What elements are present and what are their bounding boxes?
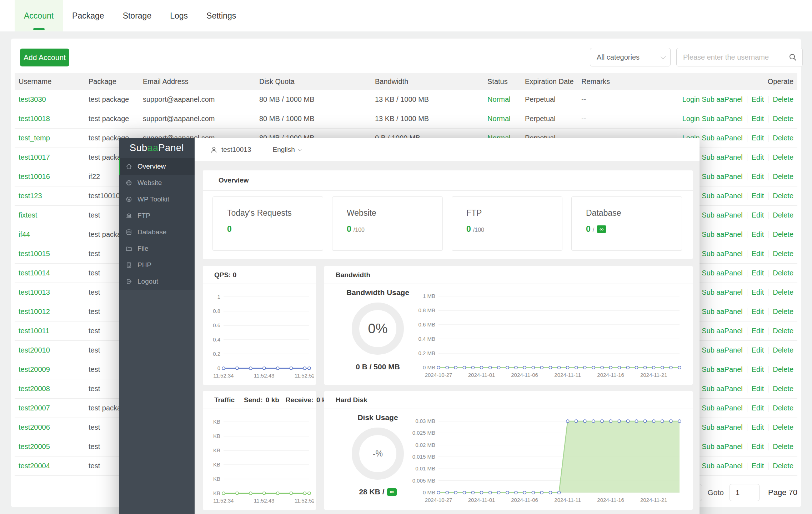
username-cell[interactable]: test20004	[15, 462, 85, 470]
username-cell[interactable]: test20005	[15, 443, 85, 451]
username-cell[interactable]: test10017	[15, 153, 85, 161]
delete-link[interactable]: Delete	[773, 462, 793, 470]
username-cell[interactable]: test10018	[15, 115, 85, 123]
edit-link[interactable]: Edit	[752, 443, 764, 451]
edit-link[interactable]: Edit	[752, 462, 764, 470]
delete-link[interactable]: Delete	[773, 404, 793, 412]
edit-link[interactable]: Edit	[752, 385, 764, 393]
edit-link[interactable]: Edit	[752, 211, 764, 219]
edit-link[interactable]: Edit	[752, 404, 764, 412]
traffic-receive: Receive:0 kb	[286, 396, 330, 404]
username-cell[interactable]: test10016	[15, 173, 85, 181]
username-cell[interactable]: test10013	[15, 288, 85, 296]
sidebar-item-ftp[interactable]: FTP	[119, 208, 195, 224]
delete-link[interactable]: Delete	[773, 250, 793, 258]
delete-link[interactable]: Delete	[773, 346, 793, 354]
edit-link[interactable]: Edit	[752, 134, 764, 142]
delete-link[interactable]: Delete	[773, 192, 793, 200]
globe-icon	[125, 179, 132, 186]
tab-package[interactable]: Package	[63, 0, 114, 31]
login-sub-aapanel-link[interactable]: Login Sub aaPanel	[682, 115, 743, 123]
tab-logs[interactable]: Logs	[161, 0, 197, 31]
edit-link[interactable]: Edit	[752, 192, 764, 200]
edit-link[interactable]: Edit	[752, 327, 764, 335]
username-cell[interactable]: test3030	[15, 95, 85, 104]
divider	[747, 231, 747, 238]
username-cell[interactable]: test20009	[15, 365, 85, 374]
delete-link[interactable]: Delete	[773, 269, 793, 277]
username-cell[interactable]: if44	[15, 230, 85, 239]
svg-text:0.025 MB: 0.025 MB	[412, 430, 435, 436]
edit-link[interactable]: Edit	[752, 230, 764, 239]
delete-link[interactable]: Delete	[773, 327, 793, 335]
sidebar-item-database[interactable]: Database	[119, 224, 195, 240]
username-cell[interactable]: test_temp	[15, 134, 85, 142]
search-icon[interactable]	[788, 53, 797, 61]
tab-account[interactable]: Account	[15, 0, 63, 31]
sidebar-item-wp-toolkit[interactable]: WP Toolkit	[119, 191, 195, 208]
ftp-icon	[125, 212, 132, 219]
delete-link[interactable]: Delete	[773, 288, 793, 296]
delete-link[interactable]: Delete	[773, 308, 793, 316]
username-cell[interactable]: test20008	[15, 385, 85, 393]
edit-link[interactable]: Edit	[752, 115, 764, 123]
delete-link[interactable]: Delete	[773, 173, 793, 181]
edit-link[interactable]: Edit	[752, 346, 764, 354]
username-cell[interactable]: test20007	[15, 404, 85, 412]
delete-link[interactable]: Delete	[773, 385, 793, 393]
delete-link[interactable]: Delete	[773, 115, 793, 123]
edit-link[interactable]: Edit	[752, 423, 764, 431]
username-cell[interactable]: test20006	[15, 423, 85, 431]
app-window: AccountPackageStorageLogsSettings Add Ac…	[0, 0, 812, 514]
divider	[747, 463, 747, 470]
username-cell[interactable]: test10011	[15, 327, 85, 335]
edit-link[interactable]: Edit	[752, 288, 764, 296]
sidebar-item-file[interactable]: File	[119, 240, 195, 257]
username-cell[interactable]: test123	[15, 192, 85, 200]
divider	[768, 270, 768, 277]
edit-link[interactable]: Edit	[752, 365, 764, 374]
login-sub-aapanel-link[interactable]: Login Sub aaPanel	[682, 95, 743, 104]
edit-link[interactable]: Edit	[752, 250, 764, 258]
delete-link[interactable]: Delete	[773, 211, 793, 219]
edit-link[interactable]: Edit	[752, 95, 764, 104]
delete-link[interactable]: Delete	[773, 230, 793, 239]
username-cell[interactable]: test10015	[15, 250, 85, 258]
sidebar-item-label: File	[137, 245, 149, 253]
username-cell[interactable]: fixtest	[15, 211, 85, 219]
email-cell: support@aapanel.com	[139, 115, 255, 123]
edit-link[interactable]: Edit	[752, 153, 764, 161]
username-cell[interactable]: test10012	[15, 308, 85, 316]
sidebar-item-php[interactable]: PHP	[119, 257, 195, 273]
delete-link[interactable]: Delete	[773, 95, 793, 104]
svg-text:2024-11-21: 2024-11-21	[640, 497, 667, 503]
sidebar-item-logout[interactable]: Logout	[119, 273, 195, 290]
current-username[interactable]: test10013	[221, 146, 251, 154]
svg-text:0.005 MB: 0.005 MB	[412, 478, 435, 484]
username-cell[interactable]: test20010	[15, 346, 85, 354]
language-select[interactable]: English	[272, 146, 300, 154]
edit-link[interactable]: Edit	[752, 173, 764, 181]
delete-link[interactable]: Delete	[773, 423, 793, 431]
svg-text:0.015 MB: 0.015 MB	[412, 454, 435, 460]
sidebar-item-website[interactable]: Website	[119, 175, 195, 191]
tab-settings[interactable]: Settings	[197, 0, 245, 31]
edit-link[interactable]: Edit	[752, 308, 764, 316]
modal-sidebar: Sub aaPanel OverviewWebsiteWP ToolkitFTP…	[119, 138, 195, 514]
sidebar-item-overview[interactable]: Overview	[119, 158, 195, 175]
delete-link[interactable]: Delete	[773, 443, 793, 451]
search-input[interactable]	[677, 53, 788, 61]
tab-storage[interactable]: Storage	[114, 0, 161, 31]
username-cell[interactable]: test10014	[15, 269, 85, 277]
goto-page-input[interactable]	[730, 484, 760, 501]
svg-text:2024-11-16: 2024-11-16	[597, 372, 624, 378]
bandwidth-cell: 13 KB / 1000 MB	[371, 95, 483, 104]
svg-text:2024-11-06: 2024-11-06	[511, 372, 538, 378]
delete-link[interactable]: Delete	[773, 365, 793, 374]
delete-link[interactable]: Delete	[773, 134, 793, 142]
delete-link[interactable]: Delete	[773, 153, 793, 161]
category-filter-select[interactable]: All categories	[590, 48, 671, 66]
edit-link[interactable]: Edit	[752, 269, 764, 277]
divider	[768, 154, 768, 161]
add-account-button[interactable]: Add Account	[20, 49, 69, 66]
